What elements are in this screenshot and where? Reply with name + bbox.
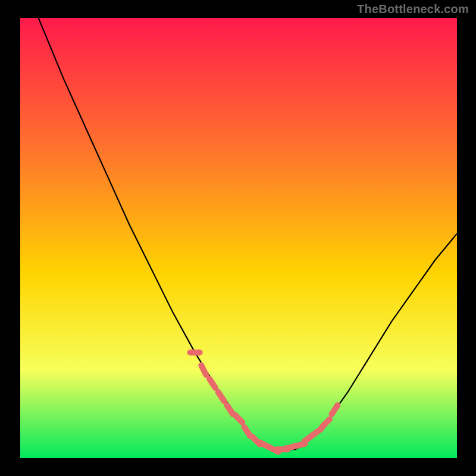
chart-frame: TheBottleneck.com xyxy=(0,0,476,476)
gradient-background xyxy=(20,18,457,458)
bottleneck-plot xyxy=(20,18,457,458)
watermark-text: TheBottleneck.com xyxy=(357,2,469,16)
